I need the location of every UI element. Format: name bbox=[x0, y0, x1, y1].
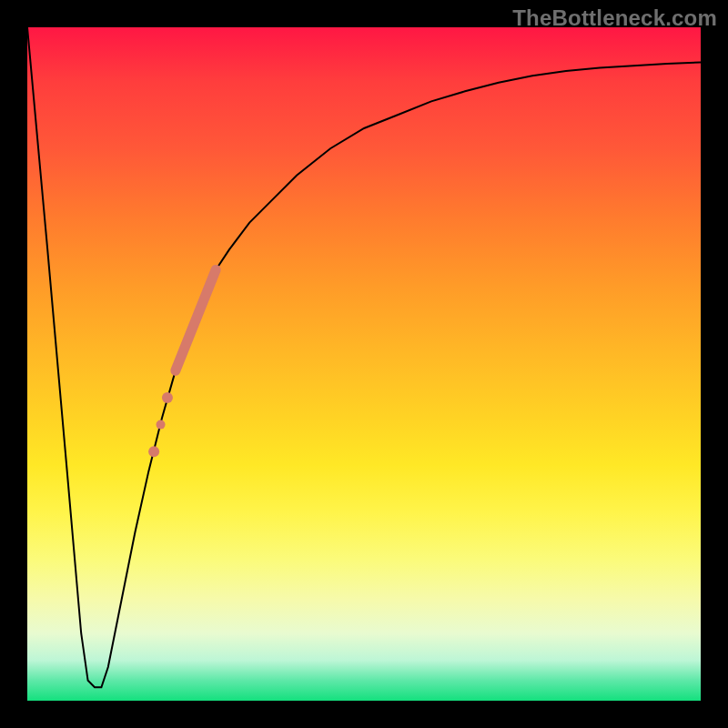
bottleneck-curve bbox=[27, 27, 701, 687]
highlight-segment bbox=[176, 269, 216, 370]
plot-area bbox=[27, 27, 701, 701]
highlight-dot-1 bbox=[162, 392, 173, 403]
chart-container: TheBottleneck.com bbox=[0, 0, 728, 728]
highlight-dot-2 bbox=[157, 420, 166, 430]
chart-svg bbox=[27, 27, 701, 701]
highlight-dot-3 bbox=[148, 446, 159, 457]
